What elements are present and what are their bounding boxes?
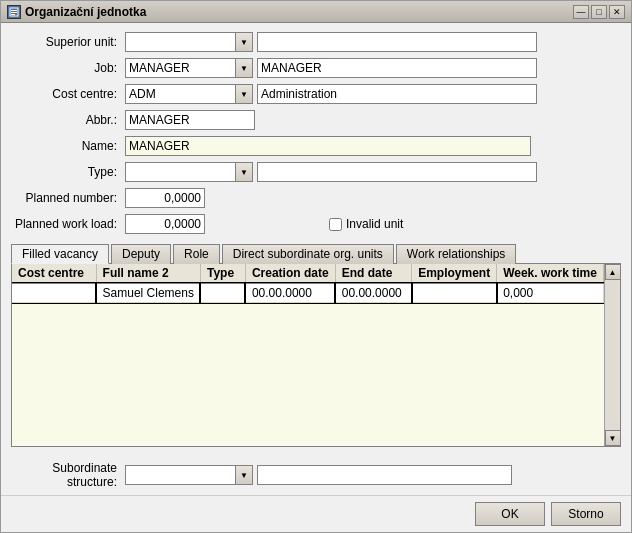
superior-unit-field: ▼ <box>125 32 253 52</box>
planned-work-load-input[interactable] <box>125 214 205 234</box>
window-icon <box>7 5 21 19</box>
invalid-unit-checkbox[interactable] <box>329 218 342 231</box>
name-label: Name: <box>11 139 121 153</box>
table-row[interactable]: Samuel Clemens 00.00.0000 00.00.0000 0,0… <box>12 283 604 303</box>
planned-work-load-row: Planned work load: Invalid unit <box>11 213 621 235</box>
tabs-header: Filled vacancy Deputy Role Direct subord… <box>11 243 621 264</box>
type-field: ▼ <box>125 162 253 182</box>
storno-button[interactable]: Storno <box>551 502 621 526</box>
col-end-date: End date <box>335 264 411 283</box>
cost-centre-field: ▼ <box>125 84 253 104</box>
col-full-name-2: Full name 2 <box>96 264 200 283</box>
cell-end-date: 00.00.0000 <box>335 283 411 303</box>
scroll-up-button[interactable]: ▲ <box>605 264 621 280</box>
ok-button[interactable]: OK <box>475 502 545 526</box>
close-button[interactable]: ✕ <box>609 5 625 19</box>
col-type: Type <box>200 264 245 283</box>
cell-full-name-2: Samuel Clemens <box>96 283 200 303</box>
cell-creation-date: 00.00.0000 <box>245 283 335 303</box>
table-container[interactable]: Cost centre Full name 2 Type Creation da… <box>12 264 604 446</box>
minimize-button[interactable]: — <box>573 5 589 19</box>
invalid-unit-label: Invalid unit <box>346 217 403 231</box>
table-scrollbar[interactable]: ▲ ▼ <box>604 264 620 446</box>
tab-direct-subordinate[interactable]: Direct subordinate org. units <box>222 244 394 264</box>
type-dropdown[interactable]: ▼ <box>235 162 253 182</box>
superior-unit-dropdown[interactable]: ▼ <box>235 32 253 52</box>
tab-work-relationships[interactable]: Work relationships <box>396 244 516 264</box>
job-dropdown[interactable]: ▼ <box>235 58 253 78</box>
job-row: Job: ▼ <box>11 57 621 79</box>
type-select-input[interactable] <box>125 162 235 182</box>
cell-cost-centre <box>12 283 96 303</box>
cost-centre-text-input[interactable] <box>257 84 537 104</box>
name-input[interactable] <box>125 136 531 156</box>
subordinate-structure-input[interactable] <box>125 465 235 485</box>
subordinate-structure-dropdown[interactable]: ▼ <box>235 465 253 485</box>
planned-work-load-label: Planned work load: <box>11 217 121 231</box>
title-buttons: — □ ✕ <box>573 5 625 19</box>
subordinate-structure-text[interactable] <box>257 465 512 485</box>
superior-unit-row: Superior unit: ▼ <box>11 31 621 53</box>
superior-unit-text[interactable] <box>257 32 537 52</box>
filled-vacancy-table: Cost centre Full name 2 Type Creation da… <box>12 264 604 303</box>
svg-rect-3 <box>11 14 15 15</box>
job-field: ▼ <box>125 58 253 78</box>
main-window: Organizační jednotka — □ ✕ Superior unit… <box>0 0 632 533</box>
planned-number-row: Planned number: <box>11 187 621 209</box>
cell-week-work-time: 0,000 <box>497 283 604 303</box>
title-bar-left: Organizační jednotka <box>7 5 146 19</box>
tab-role[interactable]: Role <box>173 244 220 264</box>
tabs-container: Filled vacancy Deputy Role Direct subord… <box>11 243 621 447</box>
col-employment: Employment <box>412 264 497 283</box>
cost-centre-select-input[interactable] <box>125 84 235 104</box>
button-row: OK Storno <box>1 495 631 532</box>
table-wrapper: Cost centre Full name 2 Type Creation da… <box>12 264 620 446</box>
svg-rect-2 <box>11 12 17 13</box>
tab-deputy[interactable]: Deputy <box>111 244 171 264</box>
type-row: Type: ▼ <box>11 161 621 183</box>
bottom-section: Subordinate structure: ▼ OK Storno <box>1 455 631 532</box>
tab-filled-vacancy[interactable]: Filled vacancy <box>11 244 109 264</box>
invalid-unit-wrapper: Invalid unit <box>329 217 403 231</box>
subordinate-structure-row: Subordinate structure: ▼ <box>1 455 631 495</box>
type-label: Type: <box>11 165 121 179</box>
scroll-down-button[interactable]: ▼ <box>605 430 621 446</box>
col-week-work-time: Week. work time <box>497 264 604 283</box>
planned-number-label: Planned number: <box>11 191 121 205</box>
subordinate-structure-field: ▼ <box>125 465 253 485</box>
cell-type <box>200 283 245 303</box>
superior-unit-label: Superior unit: <box>11 35 121 49</box>
cost-centre-label: Cost centre: <box>11 87 121 101</box>
subordinate-structure-label: Subordinate structure: <box>11 461 121 489</box>
name-row: Name: <box>11 135 621 157</box>
col-cost-centre: Cost centre <box>12 264 96 283</box>
title-bar: Organizační jednotka — □ ✕ <box>1 1 631 23</box>
cost-centre-row: Cost centre: ▼ <box>11 83 621 105</box>
form-content: Superior unit: ▼ Job: ▼ Cost centre: ▼ <box>1 23 631 455</box>
abbr-row: Abbr.: <box>11 109 621 131</box>
cell-employment <box>412 283 497 303</box>
svg-rect-1 <box>11 10 17 11</box>
window-title: Organizační jednotka <box>25 5 146 19</box>
abbr-input[interactable] <box>125 110 255 130</box>
job-label: Job: <box>11 61 121 75</box>
table-header-row: Cost centre Full name 2 Type Creation da… <box>12 264 604 283</box>
superior-unit-input[interactable] <box>125 32 235 52</box>
type-text-input[interactable] <box>257 162 537 182</box>
col-creation-date: Creation date <box>245 264 335 283</box>
job-select-input[interactable] <box>125 58 235 78</box>
abbr-label: Abbr.: <box>11 113 121 127</box>
cost-centre-dropdown[interactable]: ▼ <box>235 84 253 104</box>
tab-content: Cost centre Full name 2 Type Creation da… <box>11 264 621 447</box>
planned-number-input[interactable] <box>125 188 205 208</box>
maximize-button[interactable]: □ <box>591 5 607 19</box>
job-text-input[interactable] <box>257 58 537 78</box>
